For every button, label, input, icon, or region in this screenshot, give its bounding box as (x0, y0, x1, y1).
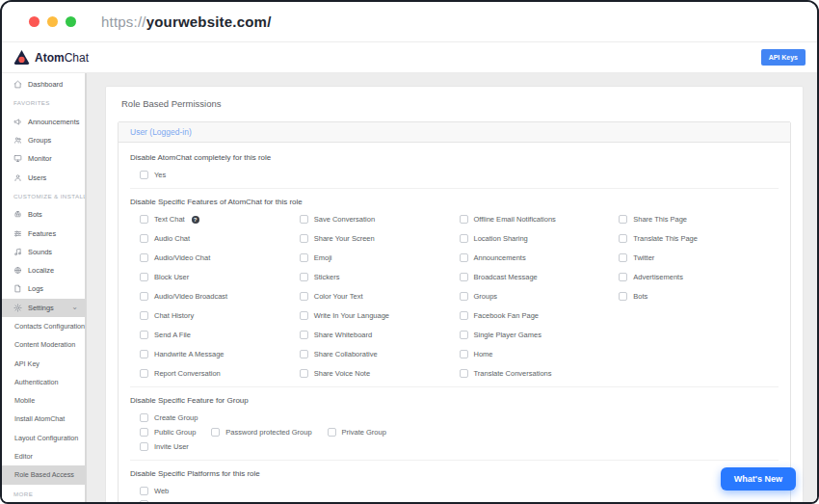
role-panel-header[interactable]: User (Logged-in) (119, 122, 790, 143)
checkbox[interactable] (140, 350, 148, 358)
checkbox[interactable] (460, 215, 468, 224)
sidebar-item-features[interactable]: Features (2, 224, 85, 242)
checkbox[interactable] (140, 171, 148, 179)
checkbox-option-share-whiteboard[interactable]: Share Whiteboard (300, 331, 460, 339)
checkbox[interactable] (211, 428, 220, 437)
checkbox[interactable] (140, 500, 148, 502)
checkbox[interactable] (460, 350, 468, 358)
checkbox-option-single-player-games[interactable]: Single Player Games (460, 331, 620, 339)
info-icon[interactable]: ? (192, 216, 199, 224)
sidebar-item-content-moderation[interactable]: Content Moderation (2, 335, 85, 354)
checkbox[interactable] (460, 369, 468, 378)
checkbox-option-save-conversation[interactable]: Save Conversation (300, 215, 460, 224)
checkbox[interactable] (300, 311, 308, 320)
checkbox-option-create-group[interactable]: Create Group (140, 413, 198, 422)
sidebar-item-role-based-access[interactable]: Role Based Access (2, 465, 85, 484)
checkbox[interactable] (140, 273, 148, 281)
atomchat-logo[interactable]: AtomChat (13, 50, 89, 65)
checkbox[interactable] (300, 215, 308, 224)
checkbox-option-location-sharing[interactable]: Location Sharing (460, 234, 620, 243)
checkbox-option-broadcast-message[interactable]: Broadcast Message (460, 273, 620, 281)
checkbox[interactable] (300, 292, 308, 301)
checkbox[interactable] (140, 442, 148, 451)
close-icon[interactable] (29, 16, 40, 27)
sidebar-item-settings[interactable]: Settings⌄ (2, 299, 85, 317)
checkbox-option-groups[interactable]: Groups (460, 292, 620, 301)
checkbox-option-password-protected-group[interactable]: Password protected Group (211, 428, 311, 437)
checkbox[interactable] (140, 253, 148, 262)
sidebar-item-logs[interactable]: Logs (2, 279, 85, 298)
checkbox[interactable] (140, 234, 148, 243)
checkbox[interactable] (140, 331, 148, 339)
checkbox[interactable] (619, 215, 627, 224)
address-bar[interactable]: https://yourwebsite.com/ (101, 13, 272, 30)
checkbox[interactable] (460, 292, 468, 301)
checkbox-option-handwrite-a-message[interactable]: Handwrite A Message (140, 350, 300, 358)
checkbox[interactable] (140, 311, 148, 320)
checkbox-option-yes[interactable]: Yes (140, 171, 779, 179)
whats-new-button[interactable]: What's New (721, 467, 796, 491)
checkbox-option-audio-video-broadcast[interactable]: Audio/Video Broadcast (140, 292, 300, 301)
checkbox-option-chat-history[interactable]: Chat History (140, 311, 300, 320)
checkbox-option-mobile[interactable]: Mobile (140, 500, 779, 502)
checkbox[interactable] (619, 273, 627, 281)
checkbox-option-audio-chat[interactable]: Audio Chat (140, 234, 300, 243)
checkbox[interactable] (300, 273, 308, 281)
checkbox[interactable] (140, 369, 148, 378)
sidebar-item-announcements[interactable]: Announcements (2, 113, 85, 131)
checkbox[interactable] (140, 413, 148, 422)
checkbox-option-audio-video-chat[interactable]: Audio/Video Chat (140, 253, 300, 262)
checkbox-option-write-in-your-language[interactable]: Write In Your Language (300, 311, 460, 320)
checkbox-option-share-this-page[interactable]: Share This Page (619, 215, 779, 224)
sidebar-item-dashboard[interactable]: Dashboard (2, 75, 85, 93)
checkbox[interactable] (300, 350, 308, 358)
checkbox[interactable] (140, 487, 148, 495)
checkbox-option-emoji[interactable]: Emoji (300, 253, 460, 262)
checkbox-option-report-conversation[interactable]: Report Conversation (140, 369, 300, 378)
checkbox[interactable] (328, 428, 336, 437)
checkbox[interactable] (460, 234, 468, 243)
checkbox[interactable] (619, 292, 627, 301)
checkbox-option-home[interactable]: Home (460, 350, 620, 358)
sidebar-item-localize[interactable]: Localize (2, 261, 85, 279)
sidebar-item-authentication[interactable]: Authentication (2, 373, 85, 391)
checkbox[interactable] (300, 331, 308, 339)
sidebar-item-groups[interactable]: Groups (2, 131, 85, 149)
checkbox[interactable] (619, 253, 627, 262)
checkbox-option-invite-user[interactable]: Invite User (140, 442, 189, 451)
checkbox-option-private-group[interactable]: Private Group (328, 428, 386, 437)
checkbox-option-twitter[interactable]: Twitter (619, 253, 779, 262)
checkbox[interactable] (460, 331, 468, 339)
sidebar-item-sounds[interactable]: Sounds (2, 243, 85, 261)
checkbox-option-offline-email-notifications[interactable]: Offline Email Notifications (460, 215, 620, 224)
checkbox[interactable] (140, 215, 148, 224)
checkbox[interactable] (300, 369, 308, 378)
checkbox-option-text-chat[interactable]: Text Chat? (140, 215, 300, 224)
checkbox[interactable] (460, 253, 468, 262)
checkbox-option-bots[interactable]: Bots (619, 292, 779, 301)
checkbox[interactable] (300, 234, 308, 243)
checkbox-option-web[interactable]: Web (140, 487, 779, 495)
sidebar-item-monitor[interactable]: Monitor (2, 149, 85, 168)
checkbox[interactable] (460, 311, 468, 320)
checkbox-option-stickers[interactable]: Stickers (300, 273, 460, 281)
fullscreen-icon[interactable] (66, 16, 76, 27)
checkbox[interactable] (140, 292, 148, 301)
checkbox-option-share-collaborative[interactable]: Share Collaborative (300, 350, 460, 358)
sidebar-item-install-atomchat[interactable]: Install AtomChat (2, 410, 85, 428)
sidebar-item-mobile[interactable]: Mobile (2, 391, 85, 410)
checkbox-option-facebook-fan-page[interactable]: Facebook Fan Page (460, 311, 620, 320)
checkbox-option-share-your-screen[interactable]: Share Your Screen (300, 234, 460, 243)
checkbox-option-announcements[interactable]: Announcements (460, 253, 620, 262)
checkbox[interactable] (300, 253, 308, 262)
checkbox-option-public-group[interactable]: Public Group (140, 428, 196, 437)
checkbox-option-block-user[interactable]: Block User (140, 273, 300, 281)
api-keys-button[interactable]: API Keys (761, 49, 806, 66)
checkbox-option-advertisements[interactable]: Advertisements (619, 273, 779, 281)
sidebar-item-editor[interactable]: Editor (2, 447, 85, 465)
sidebar-item-api-key[interactable]: API Key (2, 354, 85, 372)
checkbox-option-share-voice-note[interactable]: Share Voice Note (300, 369, 460, 378)
checkbox-option-send-a-file[interactable]: Send A File (140, 331, 300, 339)
checkbox[interactable] (140, 428, 148, 437)
checkbox-option-translate-conversations[interactable]: Translate Conversations (460, 369, 620, 378)
